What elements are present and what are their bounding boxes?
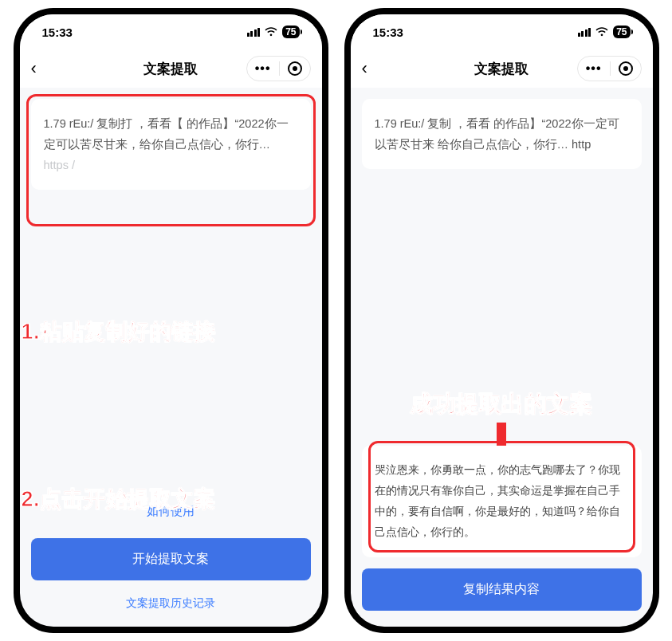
- battery-icon: 75: [282, 26, 299, 38]
- status-time: 15:33: [42, 26, 73, 39]
- nav-bar: ‹ 文案提取 •••: [351, 49, 653, 88]
- battery-icon: 75: [613, 26, 630, 38]
- phone-left: 15:33 75 ‹ 文案提取 ••• 1.79 rEu:/ 复制打 ，看看【: [14, 8, 328, 633]
- annotation-success: 成功提取出的文案: [411, 389, 592, 419]
- nav-bar: ‹ 文案提取 •••: [20, 49, 322, 88]
- copy-result-button[interactable]: 复制结果内容: [362, 568, 642, 611]
- input-text: 1.79 rEu:/ 复制 ，看看 的作品】“2022你一定可以苦尽甘来 给你自…: [375, 117, 619, 151]
- status-icons: 75: [578, 26, 631, 38]
- link-input-card[interactable]: 1.79 rEu:/ 复制 ，看看 的作品】“2022你一定可以苦尽甘来 给你自…: [362, 99, 642, 169]
- annotation-highlight-result: [368, 441, 635, 553]
- page-title: 文案提取: [20, 60, 322, 78]
- signal-icon: [578, 28, 591, 37]
- annotation-step-2: 2.点击开始提取文案: [22, 485, 216, 513]
- history-link[interactable]: 文案提取历史记录: [31, 585, 311, 615]
- content-left: 1.79 rEu:/ 复制打 ，看看【 的作品】“2022你一定可以苦尽甘来，给…: [20, 88, 322, 627]
- phone-right: 15:33 75 ‹ 文案提取 ••• 1.79 rEu:/ 复制 ，看看: [344, 8, 659, 633]
- content-right: 1.79 rEu:/ 复制 ，看看 的作品】“2022你一定可以苦尽甘来 给你自…: [351, 88, 653, 627]
- start-extract-button[interactable]: 开始提取文案: [31, 538, 311, 580]
- screen-left: 15:33 75 ‹ 文案提取 ••• 1.79 rEu:/ 复制打 ，看看【: [20, 14, 322, 627]
- page-title: 文案提取: [351, 60, 653, 78]
- screen-right: 15:33 75 ‹ 文案提取 ••• 1.79 rEu:/ 复制 ，看看: [351, 14, 653, 627]
- status-bar: 15:33 75: [20, 14, 322, 49]
- annotation-step-1: 1.粘贴复制好的链接: [22, 317, 216, 346]
- status-time: 15:33: [373, 26, 403, 39]
- status-icons: 75: [247, 26, 300, 38]
- annotation-highlight-input: [26, 94, 316, 226]
- signal-icon: [247, 28, 261, 37]
- status-bar: 15:33 75: [351, 14, 653, 49]
- wifi-icon: [265, 27, 277, 37]
- wifi-icon: [595, 27, 608, 37]
